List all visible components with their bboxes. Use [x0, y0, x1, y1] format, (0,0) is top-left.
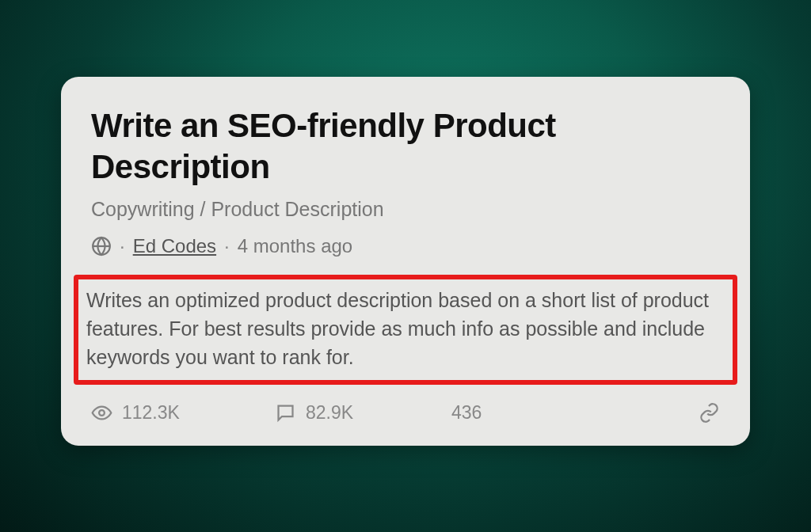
svg-point-1: [99, 410, 105, 416]
category-breadcrumb: Copywriting / Product Description: [91, 198, 720, 221]
separator-dot: ·: [120, 235, 125, 257]
author-link[interactable]: Ed Codes: [133, 235, 216, 257]
eye-icon: [91, 402, 112, 424]
globe-icon: [91, 236, 112, 256]
link-icon: [699, 402, 720, 424]
card-footer: 112.3K 82.9K 436: [91, 402, 720, 424]
meta-row: · Ed Codes · 4 months ago: [91, 235, 720, 257]
views-count: 112.3K: [122, 402, 180, 424]
card-description: Writes an optimized product description …: [86, 286, 725, 372]
share-link-button[interactable]: [699, 402, 720, 424]
comments-stat[interactable]: 82.9K: [275, 402, 353, 424]
prompt-card: Write an SEO-friendly Product Descriptio…: [61, 77, 750, 445]
timestamp: 4 months ago: [238, 235, 352, 257]
likes-count: 436: [451, 402, 482, 424]
comments-count: 82.9K: [306, 402, 353, 424]
comment-icon: [275, 402, 296, 424]
views-stat[interactable]: 112.3K: [91, 402, 180, 424]
vote-group: 436: [440, 402, 493, 424]
card-title: Write an SEO-friendly Product Descriptio…: [91, 105, 720, 186]
separator-dot: ·: [224, 235, 230, 257]
description-highlight: Writes an optimized product description …: [74, 275, 737, 385]
